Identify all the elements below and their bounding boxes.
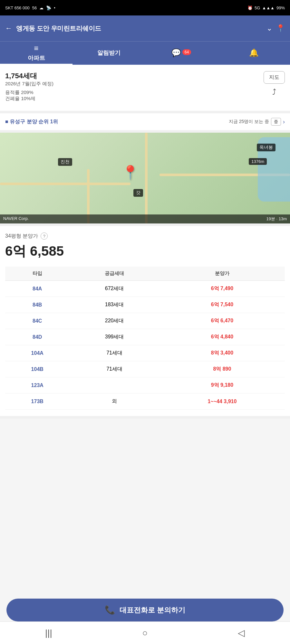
table-row: 84D 399세대 6억 4,840 <box>5 329 285 345</box>
chevron-right-icon: › <box>283 118 285 125</box>
table-row: 104A 71세대 8억 3,400 <box>5 345 285 361</box>
page-title: 엥게동 도안 우미린트리쉐이드 <box>16 24 263 33</box>
location-button[interactable]: 📍 <box>276 24 285 33</box>
floor-area-value: 용적률 209% <box>5 90 258 96</box>
supply-cell: 71세대 <box>69 361 159 377</box>
rank-label: 유성구 분양 순위 1위 <box>10 119 58 124</box>
battery-text: 99% <box>276 5 285 10</box>
table-header-row: 타입 공급세대 분양가 <box>5 267 285 281</box>
jincheon-label: 진천 <box>58 158 72 166</box>
chat-icon: 💬 <box>171 48 181 57</box>
type-cell: 84A <box>5 281 69 297</box>
chat-badge: 64 <box>182 49 191 55</box>
cta-button[interactable]: 📞 대표전화로 분의하기 <box>6 599 284 621</box>
alarm-icon: ⏰ <box>247 5 253 10</box>
share-button[interactable]: ⤴ <box>272 88 276 97</box>
row-price-cell: 8억 3,400 <box>160 345 285 361</box>
cta-label: 대표전화로 분의하기 <box>120 605 185 615</box>
type-cell: 173B <box>5 393 69 410</box>
floor-row: 용적률 209% 건폐율 10%제 <box>5 90 258 102</box>
header: ← 엥게동 도안 우미린트리쉐이드 ⌄ 📍 <box>0 15 290 41</box>
info-right: 지도 ⤴ <box>264 71 285 97</box>
price-label: 34평형 분양가 <box>5 233 38 240</box>
phone-icon: 📞 <box>105 605 115 615</box>
nav-menu-button[interactable]: ||| <box>39 625 59 641</box>
tab-bar: ≡ 아파트 알림받기 💬 64 🔔 <box>0 41 290 65</box>
signal-icon: ▲▲▲ <box>262 5 275 10</box>
map-time-label: 19분 · 13m <box>266 216 287 222</box>
watching-badge: 중 <box>271 118 281 126</box>
nav-home-button[interactable]: ○ <box>136 625 154 641</box>
wifi-icon: 📡 <box>46 5 51 10</box>
alert-banner: ■ 유성구 분양 순위 1위 지금 25명이 보는 중 중 › <box>0 113 290 133</box>
table-row: 104B 71세대 8억 890 <box>5 361 285 377</box>
row-price-cell: 6억 7,490 <box>160 281 285 297</box>
status-left: SKT 656 000 56 ☁ 📡 • <box>5 5 55 10</box>
back-button[interactable]: ← <box>5 24 12 33</box>
row-price-cell: 1~~44 3,910 <box>160 393 285 410</box>
price-table: 타입 공급세대 분양가 84A 672세대 6억 7,490 84B 183세대… <box>5 267 285 410</box>
table-row: 123A 9억 9,180 <box>5 377 285 393</box>
generation-value: 1,754세대 <box>5 71 258 81</box>
price-label-row: 34평형 분양가 ? <box>5 232 285 240</box>
time-text: 56 <box>32 5 37 10</box>
table-row: 84B 183세대 6억 7,540 <box>5 297 285 313</box>
row-price-cell: 8억 890 <box>160 361 285 377</box>
tab-apartment[interactable]: ≡ 아파트 <box>0 42 72 65</box>
generation-row: 1,754세대 2026년 7월(입주 예정) <box>5 71 258 87</box>
col-type: 타입 <box>5 267 69 281</box>
bottom-nav: ||| ○ ◁ <box>0 621 290 644</box>
map-pin: 📍 <box>122 165 139 180</box>
tab-notifications[interactable]: 알림받기 <box>72 42 145 65</box>
watching-info[interactable]: 지금 25명이 보는 중 중 › <box>229 118 285 126</box>
row-price-cell: 9억 9,180 <box>160 377 285 393</box>
rank-text: ■ 유성구 분양 순위 1위 <box>5 118 58 125</box>
rank-highlight: ■ <box>5 119 10 124</box>
dot-icon: • <box>54 5 55 10</box>
supply-cell: 399세대 <box>69 329 159 345</box>
row-price-cell: 6억 6,470 <box>160 313 285 329</box>
map-footer: NAVER Corp. 19분 · 13m <box>0 214 290 223</box>
price-section: 34평형 분양가 ? 6억 6,585 타입 공급세대 분양가 84A 672세… <box>0 226 290 419</box>
supply-cell: 672세대 <box>69 281 159 297</box>
supply-cell: 외 <box>69 393 159 410</box>
col-price: 분양가 <box>160 267 285 281</box>
cta-container: 📞 대표전화로 분의하기 <box>6 599 284 621</box>
price-help-button[interactable]: ? <box>41 232 48 240</box>
tab-bell[interactable]: 🔔 <box>218 42 290 65</box>
supply-cell <box>69 377 159 393</box>
table-row: 173B 외 1~~44 3,910 <box>5 393 285 410</box>
type-cell: 84D <box>5 329 69 345</box>
col-supply: 공급세대 <box>69 267 159 281</box>
tab-apartment-label: 아파트 <box>28 54 45 62</box>
god-label: 갓 <box>133 189 143 197</box>
supply-cell: 71세대 <box>69 345 159 361</box>
property-info: 1,754세대 2026년 7월(입주 예정) 용적률 209% 건폐율 10%… <box>0 65 290 113</box>
tab-notifications-label: 알림받기 <box>97 49 121 57</box>
map-button[interactable]: 지도 <box>264 71 285 84</box>
building-rate-value: 건폐율 10%제 <box>5 96 258 102</box>
carrier-text: SKT 656 000 <box>5 5 30 10</box>
watching-text: 지금 25명이 보는 중 <box>229 119 269 125</box>
row-price-cell: 6억 4,840 <box>160 329 285 345</box>
status-bar: SKT 656 000 56 ☁ 📡 • ⏰ 5G ▲▲▲ 99% <box>0 0 290 15</box>
oknyeobong-label: 옥녀봉 <box>257 144 276 151</box>
row-price-cell: 6억 7,540 <box>160 297 285 313</box>
map-container[interactable]: 진천 📍 갓 옥녀봉 1376m NAVER Corp. 19분 · 13m <box>0 133 290 226</box>
apartment-icon: ≡ <box>34 44 38 53</box>
dropdown-button[interactable]: ⌄ <box>266 24 272 33</box>
movein-value: 2026년 7월(입주 예정) <box>5 81 258 87</box>
type-cell: 123A <box>5 377 69 393</box>
distance-label: 1376m <box>249 158 267 165</box>
naver-corp-label: NAVER Corp. <box>3 216 29 222</box>
tab-chat[interactable]: 💬 64 <box>145 42 218 65</box>
bell-icon: 🔔 <box>249 48 259 57</box>
info-left: 1,754세대 2026년 7월(입주 예정) 용적률 209% 건폐율 10%… <box>5 71 258 104</box>
price-value: 6억 6,585 <box>5 242 285 260</box>
table-row: 84C 220세대 6억 6,470 <box>5 313 285 329</box>
nav-back-button[interactable]: ◁ <box>231 624 251 641</box>
status-right: ⏰ 5G ▲▲▲ 99% <box>247 5 285 10</box>
type-cell: 104A <box>5 345 69 361</box>
network-text: 5G <box>255 5 260 10</box>
supply-cell: 220세대 <box>69 313 159 329</box>
